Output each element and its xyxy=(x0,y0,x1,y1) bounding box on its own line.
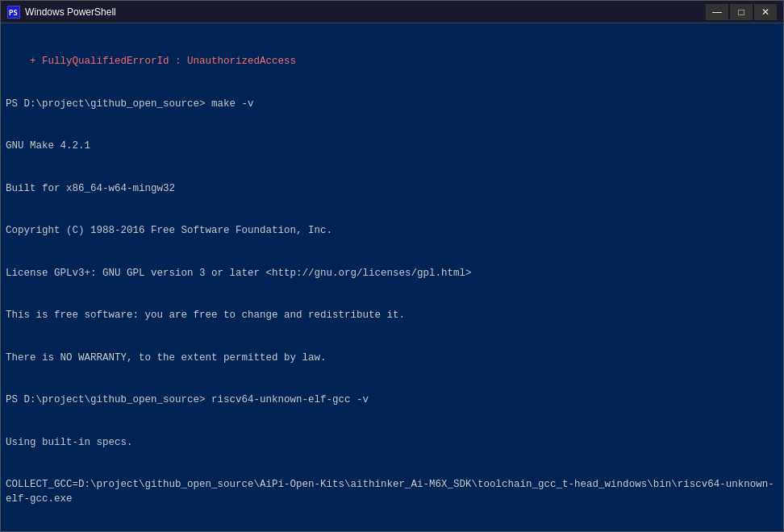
powershell-window: PS Windows PowerShell — □ ✕ + FullyQuali… xyxy=(0,0,784,532)
window-title: Windows PowerShell xyxy=(25,6,701,18)
title-bar: PS Windows PowerShell — □ ✕ xyxy=(1,1,783,23)
window-controls: — □ ✕ xyxy=(706,4,777,20)
output-line: PS D:\project\github_open_source> riscv6… xyxy=(6,393,778,408)
error-line: + FullyQualifiedErrorId : UnauthorizedAc… xyxy=(6,55,778,69)
svg-text:PS: PS xyxy=(9,9,18,17)
terminal-output[interactable]: + FullyQualifiedErrorId : UnauthorizedAc… xyxy=(1,23,783,531)
output-line: GNU Make 4.2.1 xyxy=(6,139,778,154)
output-line: Built for x86_64-w64-mingw32 xyxy=(6,182,778,197)
maximize-button[interactable]: □ xyxy=(730,4,753,20)
minimize-button[interactable]: — xyxy=(706,4,728,20)
output-line: Using built-in specs. xyxy=(6,436,778,451)
output-line: Copyright (C) 1988-2016 Free Software Fo… xyxy=(6,224,778,239)
output-line: PS D:\project\github_open_source> make -… xyxy=(6,98,778,112)
output-line: There is NO WARRANTY, to the extent perm… xyxy=(6,351,778,366)
output-line: COLLECT_GCC=D:\project\github_open_sourc… xyxy=(6,478,778,506)
app-icon: PS xyxy=(7,6,20,19)
output-line: This is free software: you are free to c… xyxy=(6,309,778,323)
output-line: License GPLv3+: GNU GPL version 3 or lat… xyxy=(6,267,778,281)
close-button[interactable]: ✕ xyxy=(754,4,777,20)
